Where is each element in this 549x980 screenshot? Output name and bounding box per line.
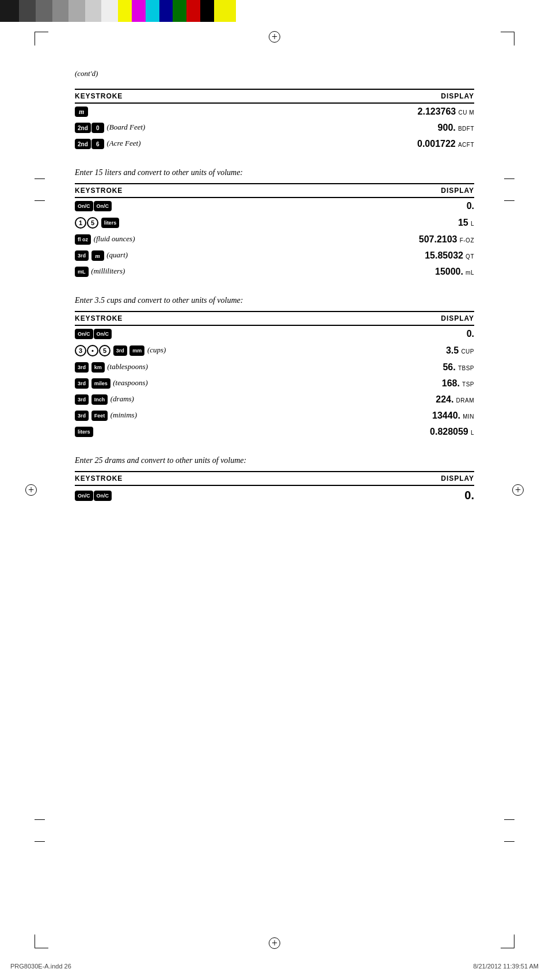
keystroke-cell: 3rd km (tablespoons): [75, 359, 344, 375]
keystroke-cell: 3•5 3rd mm (cups): [75, 342, 344, 359]
display-val: 224. DRAM: [344, 392, 474, 408]
col-header-keystroke-3: KEYSTROKE: [75, 312, 344, 325]
display-val: 56. TBSP: [344, 359, 474, 375]
table-row: On/COn/C 0.: [75, 197, 474, 214]
keystroke-cell: On/COn/C: [75, 197, 283, 214]
label-board-feet: (Board Feet): [106, 123, 145, 131]
key-3-circle: 3: [75, 345, 86, 356]
keystroke-cell: On/COn/C: [75, 485, 311, 507]
display-unit: TSP: [462, 381, 474, 388]
label-tablespoons: (tablespoons): [107, 362, 148, 371]
key-miles: miles: [92, 378, 110, 389]
key-liters-1: liters: [101, 218, 120, 228]
display-val: 0.: [344, 325, 474, 342]
table-row: 3•5 3rd mm (cups) 3.5 CUP: [75, 342, 474, 359]
display-unit: DRAM: [456, 397, 474, 404]
table-row: 2nd6 (Acre Feet) 0.001722 ACFT: [75, 136, 474, 154]
crop-mark-br: [501, 935, 514, 948]
label-milliliters: (milliliters): [91, 267, 125, 275]
side-line-left-3: [35, 841, 45, 842]
label-minims: (minims): [110, 411, 137, 419]
keystroke-cell: m: [75, 103, 296, 120]
table-row: mL (milliliters) 15000. mL: [75, 264, 474, 282]
key-onc-3: On/C: [75, 329, 93, 339]
display-number: 0.: [467, 329, 474, 339]
key-5-circle2: 5: [99, 345, 110, 356]
col-header-display-4: DISPLAY: [311, 472, 474, 485]
display-unit: F-OZ: [460, 237, 474, 244]
key-3rd-km-1: 3rd: [75, 362, 89, 373]
display-unit: L: [471, 221, 474, 227]
side-line-right-4: [504, 819, 514, 820]
table-section4: KEYSTROKE DISPLAY On/COn/C 0.: [75, 471, 474, 507]
display-number: 56.: [443, 362, 455, 372]
col-header-keystroke-2: KEYSTROKE: [75, 184, 283, 197]
label-teaspoons: (teaspoons): [113, 378, 148, 387]
table-row: fl oz (fluid ounces) 507.2103 F-OZ: [75, 231, 474, 248]
display-val: 507.2103 F-OZ: [283, 231, 474, 248]
display-number: 507.2103: [419, 234, 458, 244]
key-dot-circle: •: [87, 345, 98, 356]
display-val: 0.: [311, 485, 474, 507]
key-0: 0: [92, 123, 104, 133]
table-row: On/COn/C 0.: [75, 485, 474, 507]
reg-mark-bottom: [268, 936, 281, 950]
keystroke-cell: 15 liters: [75, 214, 283, 231]
display-unit: BDFT: [458, 126, 474, 132]
key-5-circle: 5: [87, 217, 98, 229]
keystroke-cell: 3rd Inch (drams): [75, 392, 344, 408]
display-val: 15000. mL: [283, 264, 474, 282]
key-3rd-inch-1: 3rd: [75, 394, 89, 405]
cont-label: (cont'd): [75, 69, 474, 78]
display-number: 15: [458, 218, 468, 227]
label-quart: (quart): [106, 250, 128, 259]
display-number: 13440.: [432, 411, 460, 420]
display-number: 0.828059: [430, 427, 468, 436]
display-number: 3.5: [446, 345, 459, 355]
display-number: 900.: [438, 123, 456, 132]
keystroke-cell: 2nd6 (Acre Feet): [75, 136, 296, 154]
display-val: 168. TSP: [344, 375, 474, 392]
table-row: 3rd m (quart) 15.85032 QT: [75, 248, 474, 264]
keystroke-cell: mL (milliliters): [75, 264, 283, 282]
display-number: 2.123763: [418, 107, 456, 116]
keystroke-cell: fl oz (fluid ounces): [75, 231, 283, 248]
table-row: 15 liters 15 L: [75, 214, 474, 231]
key-feet: Feet: [92, 411, 108, 421]
display-number: 0.001722: [417, 139, 456, 149]
footer-right: 8/21/2012 11:39:51 AM: [473, 963, 539, 970]
table-section3: KEYSTROKE DISPLAY On/COn/C 0. 3•5 3rd mm…: [75, 311, 474, 442]
display-unit: MIN: [463, 413, 474, 420]
label-fluid-ounces: (fluid ounces): [94, 234, 135, 243]
display-val: 0.001722 ACFT: [296, 136, 474, 154]
display-val: 2.123763 CU M: [296, 103, 474, 120]
display-number: 15.85032: [425, 250, 463, 260]
table-row: 3rd miles (teaspoons) 168. TSP: [75, 375, 474, 392]
key-6: 6: [92, 139, 104, 149]
label-acre-feet: (Acre Feet): [106, 139, 140, 147]
display-val: 0.828059 L: [344, 424, 474, 442]
key-2nd-2: 2nd: [75, 139, 91, 149]
table-row: 2nd0 (Board Feet) 900. BDFT: [75, 120, 474, 136]
key-onc-5: On/C: [75, 491, 93, 501]
col-header-display-3: DISPLAY: [344, 312, 474, 325]
display-number: 15000.: [435, 267, 463, 276]
display-val: 13440. MIN: [344, 408, 474, 424]
table-row: On/COn/C 0.: [75, 325, 474, 342]
display-unit: mL: [466, 269, 474, 276]
col-header-keystroke-4: KEYSTROKE: [75, 472, 311, 485]
label-cups: (cups): [147, 345, 166, 354]
col-header-display-1: DISPLAY: [296, 89, 474, 103]
table-section1: KEYSTROKE DISPLAY m 2.123763 CU M 2nd0 (…: [75, 89, 474, 154]
key-inch: Inch: [92, 394, 108, 405]
key-3rd-miles-1: 3rd: [75, 378, 89, 389]
display-val: 15.85032 QT: [283, 248, 474, 264]
key-3rd-feet-1: 3rd: [75, 411, 89, 421]
key-mm: mm: [129, 345, 144, 356]
section-intro-4: Enter 25 drams and convert to other unit…: [75, 454, 474, 466]
display-unit: L: [471, 430, 474, 436]
display-unit: QT: [466, 253, 474, 260]
keystroke-cell: 3rd miles (teaspoons): [75, 375, 344, 392]
key-1-circle: 1: [75, 217, 86, 229]
display-number: 0.: [467, 201, 474, 211]
